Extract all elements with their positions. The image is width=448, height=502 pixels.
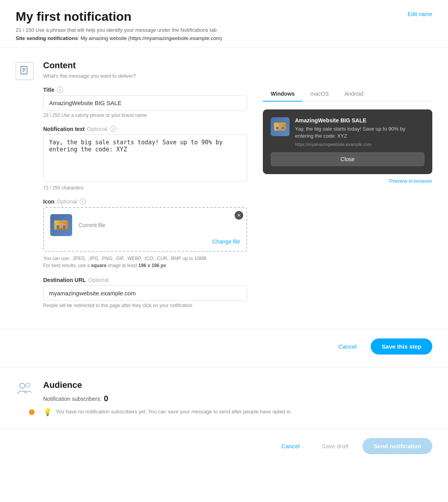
form-column: Title i 23 / 250 Use a catchy phrase or … [43, 87, 247, 316]
notification-text-optional: Optional [87, 126, 107, 132]
notification-text-field-group: Notification text Optional i Yay, the bi… [43, 126, 247, 191]
audience-icon-box: ! [16, 380, 35, 416]
site-info: Site sending notifications: My amazing w… [16, 35, 432, 41]
subscribers-count: 0 [104, 394, 108, 403]
svg-point-20 [277, 127, 278, 129]
document-icon [19, 65, 30, 76]
preview-notification-url: https://myamazingwebsite.example.com [295, 142, 424, 147]
site-info-value: My amazing website (https://myamazingweb… [80, 35, 222, 41]
site-info-label: Site sending notifications [16, 35, 78, 41]
subscribers-row: Notification subscribers: 0 [43, 394, 432, 403]
svg-point-24 [20, 383, 25, 388]
platform-tabs: Windows macOS Android [263, 87, 432, 102]
footer-cancel-button[interactable]: Cancel [273, 439, 308, 453]
preview-cassette-icon: ♪ ♫ [273, 119, 288, 134]
title-input[interactable] [43, 95, 247, 111]
audience-section: ! Audience Notification subscribers: 0 💡… [0, 367, 448, 429]
svg-text:TAPE: TAPE [59, 223, 64, 225]
icon-format-hint: You can use: .JPEG, .JPG, .PNG, .GIF, .W… [43, 255, 247, 269]
svg-text:♫: ♫ [62, 219, 64, 221]
remove-icon-button[interactable]: ✕ [235, 211, 243, 220]
svg-rect-17 [274, 123, 286, 131]
content-section-desc: What's the message you want to deliver? [43, 73, 432, 79]
icon-preview-image: TAPE ♪ ♫ [50, 214, 72, 236]
notification-text-label: Notification text Optional i [43, 126, 247, 132]
preview-in-browser-link[interactable]: Preview in browser [263, 178, 432, 184]
icon-upload-inner: TAPE ♪ ♫ [50, 214, 240, 236]
no-subscribers-text: You have no notification subscribers yet… [56, 409, 292, 415]
cassette-icon: TAPE ♪ ♫ [53, 216, 70, 234]
preview-column: Windows macOS Android [263, 87, 432, 316]
page-subtitle: 21 / 150 Use a phrase that will help you… [16, 27, 432, 33]
no-subscribers-note: 💡 You have no notification subscribers y… [43, 409, 432, 416]
svg-text:♫: ♫ [281, 121, 282, 124]
change-file-link[interactable]: Change file [50, 238, 240, 245]
edit-name-link[interactable]: Edit name [408, 11, 432, 17]
svg-rect-9 [56, 228, 66, 230]
icon-field-group: Icon Optional i ✕ [43, 198, 247, 269]
svg-rect-2 [22, 70, 25, 71]
destination-url-hint: People will be redirected to this page a… [43, 303, 247, 308]
send-notification-button[interactable]: Send notification [362, 438, 432, 454]
notification-text-hint: 72 / 250 characters [43, 185, 247, 191]
content-section-icon [16, 60, 35, 316]
svg-text:♪: ♪ [283, 121, 284, 124]
notification-preview: ♪ ♫ AmazingWebs [263, 109, 432, 174]
audience-inner: ! Audience Notification subscribers: 0 💡… [16, 380, 432, 416]
page-title: My first notification [16, 9, 432, 24]
content-icon-box [16, 62, 34, 80]
svg-point-10 [57, 226, 59, 227]
icon-info-icon[interactable]: i [80, 198, 86, 205]
icon-format-hint-line1: You can use: .JPEG, .JPG, .PNG, .GIF, .W… [43, 256, 207, 261]
icon-optional: Optional [57, 198, 77, 205]
tab-windows[interactable]: Windows [263, 87, 302, 102]
destination-url-input[interactable] [43, 286, 247, 301]
subscribers-label: Notification subscribers: [43, 396, 102, 402]
bulb-icon: 💡 [43, 409, 52, 416]
svg-text:♪: ♪ [64, 219, 66, 222]
svg-rect-3 [22, 71, 24, 72]
notification-text-info-icon[interactable]: i [110, 126, 116, 132]
preview-close-button[interactable]: Close [271, 152, 424, 166]
preview-inner: ♪ ♫ AmazingWebs [271, 117, 424, 147]
audience-body: Audience Notification subscribers: 0 💡 Y… [43, 380, 432, 416]
audience-people-icon [16, 380, 34, 398]
title-field-group: Title i 23 / 250 Use a catchy phrase or … [43, 87, 247, 118]
audience-alert-dot: ! [29, 409, 35, 415]
preview-notification-icon: ♪ ♫ [271, 117, 290, 136]
preview-notification-body: Yay, the big sale starts today! Save up … [295, 126, 424, 140]
page-footer: Cancel Save draft Send notification [0, 429, 448, 464]
title-label: Title i [43, 87, 247, 93]
content-section: Content What's the message you want to d… [0, 48, 448, 329]
destination-url-label: Destination URL Optional [43, 277, 247, 283]
content-columns: Title i 23 / 250 Use a catchy phrase or … [43, 87, 432, 316]
save-draft-button[interactable]: Save draft [314, 439, 356, 453]
title-info-icon[interactable]: i [57, 87, 63, 93]
notification-text-input[interactable]: Yay, the big sale starts today! Save up … [43, 135, 247, 182]
svg-point-21 [282, 127, 283, 129]
destination-url-label-text: Destination URL [43, 277, 86, 283]
icon-label-text: Icon [43, 198, 55, 205]
icon-filename: Current file [78, 222, 240, 228]
content-section-title: Content [43, 60, 432, 71]
preview-text: AmazingWebsite BIG SALE Yay, the big sal… [295, 117, 424, 147]
icon-label: Icon Optional i [43, 198, 247, 205]
svg-point-25 [26, 383, 30, 387]
destination-url-optional: Optional [88, 277, 109, 283]
notification-text-label-text: Notification text [43, 126, 85, 132]
tab-android[interactable]: Android [337, 87, 371, 102]
icon-upload-area[interactable]: ✕ [43, 207, 247, 252]
svg-rect-1 [22, 68, 25, 69]
svg-point-11 [64, 226, 65, 227]
destination-url-field-group: Destination URL Optional People will be … [43, 277, 247, 308]
tab-macos[interactable]: macOS [302, 87, 337, 102]
title-label-text: Title [43, 87, 55, 93]
content-section-actions: Cancel Save this step [0, 329, 448, 367]
save-step-button[interactable]: Save this step [371, 338, 432, 355]
audience-section-title: Audience [43, 380, 432, 390]
page-header: My first notification 21 / 150 Use a phr… [0, 0, 448, 48]
content-form-body: Content What's the message you want to d… [43, 60, 432, 316]
title-hint: 23 / 250 Use a catchy phrase or your bra… [43, 113, 247, 118]
preview-notification-title: AmazingWebsite BIG SALE [295, 117, 424, 124]
content-cancel-button[interactable]: Cancel [330, 339, 364, 354]
